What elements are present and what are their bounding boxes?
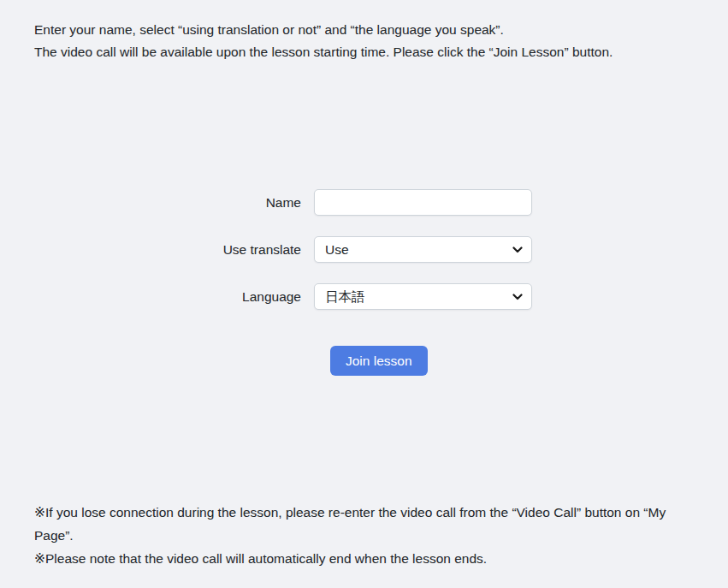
name-input[interactable]	[314, 189, 532, 216]
join-form: Name Use translate Use Language 日本語	[34, 189, 694, 376]
name-row: Name	[34, 189, 694, 216]
notes: ※If you lose connection during the lesso…	[34, 501, 694, 570]
language-select-wrap: 日本語	[314, 283, 532, 310]
use-translate-row: Use translate Use	[34, 236, 694, 263]
join-lesson-page: Enter your name, select “using translati…	[0, 0, 728, 588]
instructions-line1: Enter your name, select “using translati…	[34, 19, 694, 41]
use-translate-select-wrap: Use	[314, 236, 532, 263]
language-select[interactable]: 日本語	[314, 283, 532, 310]
language-label: Language	[34, 289, 301, 305]
note-reconnect: ※If you lose connection during the lesso…	[34, 501, 694, 547]
use-translate-label: Use translate	[34, 242, 301, 258]
note-auto-end: ※Please note that the video call will au…	[34, 547, 694, 570]
language-row: Language 日本語	[34, 283, 694, 310]
instructions-line2: The video call will be available upon th…	[34, 41, 694, 63]
name-label: Name	[34, 195, 301, 211]
instructions: Enter your name, select “using translati…	[34, 19, 694, 63]
use-translate-select[interactable]: Use	[314, 236, 532, 263]
join-button-row: Join lesson	[330, 346, 694, 376]
join-lesson-button[interactable]: Join lesson	[330, 346, 428, 376]
